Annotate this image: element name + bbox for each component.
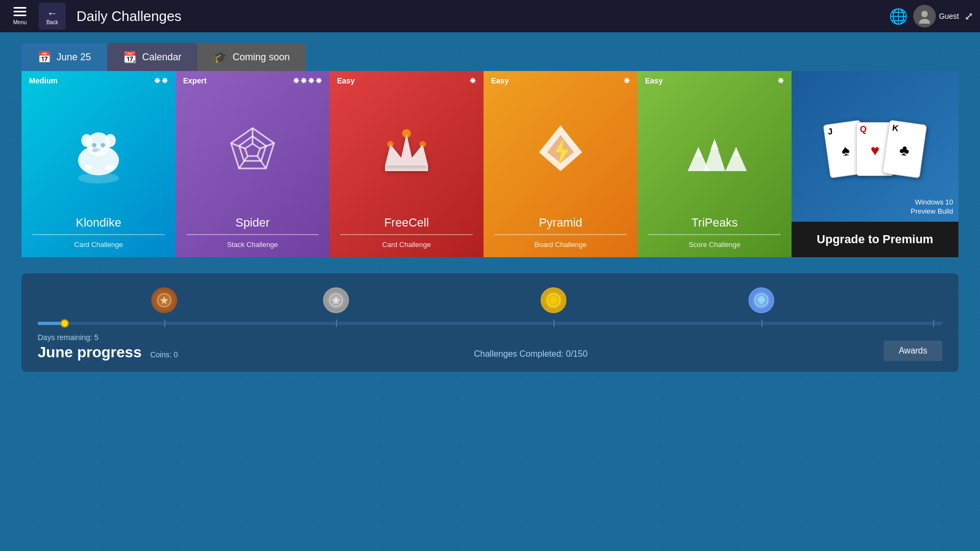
difficulty-klondike: Medium bbox=[29, 76, 58, 85]
play-card-king: K ♣ bbox=[882, 120, 927, 179]
back-button[interactable]: ← Back bbox=[39, 3, 66, 30]
difficulty-freecell: Easy bbox=[337, 76, 355, 85]
stars-klondike: ✸ ✸ bbox=[154, 76, 168, 85]
svg-point-11 bbox=[105, 165, 114, 170]
difficulty-pyramid: Easy bbox=[491, 76, 509, 85]
stars-spider: ✸ ✸ ✸ ✸ bbox=[293, 76, 322, 85]
medal-gold bbox=[541, 287, 566, 313]
windows-label: Windows 10 Preview Build bbox=[911, 198, 953, 216]
progress-track bbox=[38, 322, 942, 325]
challenge-freecell: Card Challenge bbox=[330, 241, 484, 257]
game-name-pyramid: Pyramid bbox=[484, 216, 638, 234]
svg-marker-30 bbox=[710, 139, 719, 150]
tabs-container: 📅 June 25 📆 Calendar 🎓 Coming soon bbox=[22, 43, 958, 71]
divider-pyramid bbox=[494, 234, 627, 235]
svg-marker-29 bbox=[695, 147, 702, 157]
challenge-pyramid: Board Challenge bbox=[484, 241, 638, 257]
card-header-tripeaks: Easy ✸ bbox=[638, 71, 792, 88]
tab-calendar-icon: 📆 bbox=[123, 51, 137, 63]
challenges-completed: Challenges Completed: 0/150 bbox=[178, 349, 884, 359]
medals-row bbox=[38, 284, 942, 316]
avatar bbox=[913, 5, 936, 27]
tab-calendar-label: Calendar bbox=[142, 52, 181, 63]
upgrade-label[interactable]: Upgrade to Premium bbox=[792, 222, 958, 257]
tab-coming-soon[interactable]: 🎓 Coming soon bbox=[198, 43, 306, 71]
svg-marker-31 bbox=[732, 147, 740, 157]
svg-point-8 bbox=[101, 143, 105, 147]
topbar: Menu ← Back Daily Challenges 🌐 Guest ⤢ bbox=[0, 0, 980, 32]
divider-tripeaks bbox=[648, 234, 781, 235]
card-image-pyramid bbox=[484, 88, 638, 216]
premium-panel[interactable]: J ♠ Q ♥ K ♣ Windows 10 Preview Build bbox=[792, 71, 958, 257]
tab-june25-label: June 25 bbox=[57, 52, 91, 63]
card-header-spider: Expert ✸ ✸ ✸ ✸ bbox=[176, 71, 330, 88]
progress-left: Days remaining: 5 June progress bbox=[38, 333, 142, 361]
game-card-pyramid[interactable]: Easy ✸ Pyramid Board Challe bbox=[484, 71, 638, 257]
tab-june25[interactable]: 📅 June 25 bbox=[22, 43, 107, 71]
tab-june25-icon: 📅 bbox=[38, 51, 51, 63]
tab-coming-label: Coming soon bbox=[233, 52, 290, 63]
game-card-freecell[interactable]: Easy ✸ FreeCell bbox=[330, 71, 484, 257]
svg-marker-15 bbox=[245, 144, 260, 156]
month-progress-label: June progress bbox=[38, 344, 142, 361]
stars-tripeaks: ✸ bbox=[778, 76, 784, 85]
difficulty-tripeaks: Easy bbox=[645, 76, 663, 85]
svg-point-4 bbox=[81, 134, 92, 147]
menu-label: Menu bbox=[13, 19, 26, 25]
svg-point-10 bbox=[83, 165, 92, 170]
tab-calendar[interactable]: 📆 Calendar bbox=[107, 43, 198, 71]
hamburger-icon bbox=[13, 11, 26, 12]
progress-start-dot bbox=[60, 319, 69, 328]
hamburger-icon bbox=[13, 7, 26, 9]
games-grid: Medium ✸ ✸ bbox=[22, 71, 792, 257]
game-name-tripeaks: TriPeaks bbox=[638, 216, 792, 234]
svg-point-23 bbox=[419, 141, 426, 147]
stars-freecell: ✸ bbox=[470, 76, 476, 85]
svg-marker-36 bbox=[757, 295, 766, 305]
medal-silver bbox=[323, 287, 349, 313]
tab-coming-icon: 🎓 bbox=[214, 51, 227, 63]
medal-bronze bbox=[151, 287, 177, 313]
svg-point-1 bbox=[919, 19, 930, 24]
user-name: Guest bbox=[939, 12, 959, 20]
game-card-tripeaks[interactable]: Easy ✸ bbox=[638, 71, 792, 257]
game-name-klondike: Klondike bbox=[22, 216, 176, 234]
challenge-klondike: Card Challenge bbox=[22, 241, 176, 257]
game-card-spider[interactable]: Expert ✸ ✸ ✸ ✸ bbox=[176, 71, 330, 257]
challenge-spider: Stack Challenge bbox=[176, 241, 330, 257]
progress-info: Days remaining: 5 June progress Coins: 0… bbox=[38, 333, 942, 361]
svg-point-12 bbox=[78, 173, 119, 183]
game-name-spider: Spider bbox=[176, 216, 330, 234]
card-header-klondike: Medium ✸ ✸ bbox=[22, 71, 176, 88]
stars-pyramid: ✸ bbox=[624, 76, 630, 85]
svg-point-9 bbox=[96, 148, 101, 151]
card-image-tripeaks bbox=[638, 88, 792, 216]
game-name-freecell: FreeCell bbox=[330, 216, 484, 234]
back-label: Back bbox=[46, 19, 58, 25]
cards-container: Medium ✸ ✸ bbox=[22, 71, 958, 257]
card-image-spider bbox=[176, 88, 330, 216]
card-header-pyramid: Easy ✸ bbox=[484, 71, 638, 88]
expand-icon[interactable]: ⤢ bbox=[964, 10, 974, 23]
main-content: 📅 June 25 📆 Calendar 🎓 Coming soon Mediu… bbox=[0, 32, 980, 383]
progress-area: Days remaining: 5 June progress Coins: 0… bbox=[22, 273, 958, 372]
globe-icon[interactable]: 🌐 bbox=[889, 8, 908, 25]
svg-point-7 bbox=[92, 143, 96, 147]
difficulty-spider: Expert bbox=[183, 76, 207, 85]
game-card-klondike[interactable]: Medium ✸ ✸ bbox=[22, 71, 176, 257]
topbar-right: 🌐 Guest ⤢ bbox=[889, 5, 974, 27]
challenge-tripeaks: Score Challenge bbox=[638, 241, 792, 257]
medal-diamond bbox=[748, 287, 774, 313]
card-image-klondike bbox=[22, 88, 176, 216]
days-remaining: Days remaining: 5 bbox=[38, 333, 142, 342]
menu-button[interactable]: Menu bbox=[6, 3, 33, 30]
divider-freecell bbox=[340, 234, 473, 235]
page-title: Daily Challenges bbox=[76, 8, 884, 25]
back-arrow-icon: ← bbox=[47, 7, 58, 19]
svg-point-22 bbox=[387, 141, 394, 147]
hamburger-icon bbox=[13, 15, 26, 16]
premium-image-area: J ♠ Q ♥ K ♣ Windows 10 Preview Build bbox=[792, 71, 958, 222]
card-image-freecell bbox=[330, 88, 484, 216]
awards-button[interactable]: Awards bbox=[884, 341, 942, 361]
user-area[interactable]: Guest bbox=[913, 5, 959, 27]
